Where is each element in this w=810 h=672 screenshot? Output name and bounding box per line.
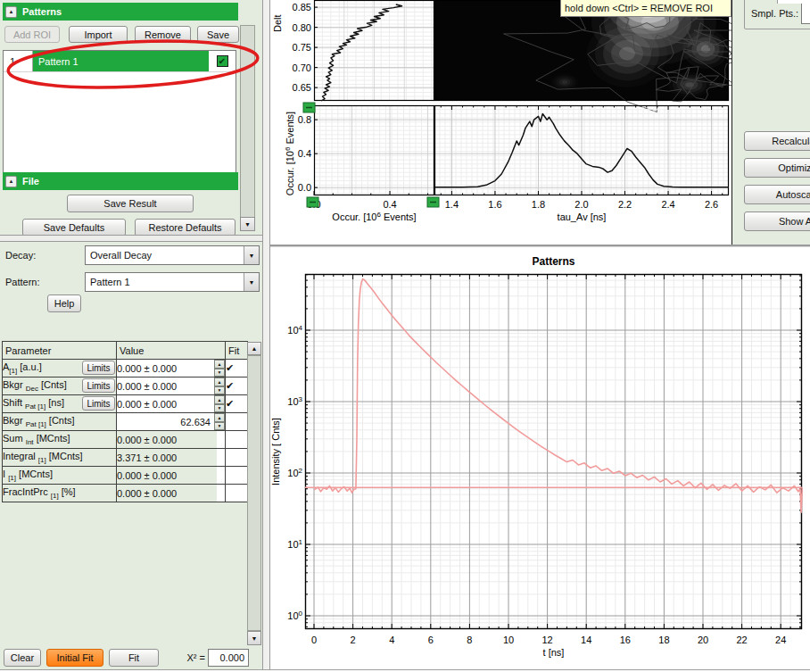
parameter-value-cell[interactable]: 0.000 ± 0.000▲▼ <box>117 360 226 377</box>
value-spinner[interactable]: ▲▼ <box>214 413 225 430</box>
spinner-down-icon[interactable]: ▼ <box>214 422 225 431</box>
density-blob <box>619 46 635 60</box>
fit-checkbox-cell[interactable]: ✔ <box>226 360 248 377</box>
remove-button[interactable]: Remove <box>135 26 191 43</box>
fit-button[interactable]: Fit <box>109 649 159 667</box>
parameter-table-header-row: Parameter Value Fit <box>3 342 248 360</box>
chi2-label: X² = <box>173 652 205 663</box>
delta-tick-label: 0.70 <box>293 62 311 73</box>
parameter-value-cell[interactable]: 0.000 ± 0.000▲▼ <box>117 395 226 413</box>
fit-checkbox-cell[interactable] <box>226 413 248 431</box>
remove-label: Remove <box>145 29 181 40</box>
add-roi-button[interactable]: Add ROI <box>4 26 60 43</box>
initial-fit-label: Initial Fit <box>57 652 94 663</box>
sidebar-scroll-down-icon[interactable]: ▼ <box>240 217 255 231</box>
parameter-name-cell: Integral [1] [MCnts] <box>3 449 117 467</box>
value-spinner[interactable]: ▲▼ <box>214 395 225 412</box>
clipped-control-top <box>777 0 810 4</box>
restore-defaults-button[interactable]: Restore Defaults <box>135 219 236 236</box>
fit-checkbox-cell[interactable]: ✔ <box>226 395 248 413</box>
fit-checkbox-cell[interactable] <box>226 467 248 485</box>
parameter-name-cell: A[1] [a.u.]Limits <box>3 360 117 377</box>
parameter-value-cell[interactable]: 0.000 ± 0.000▲▼ <box>117 377 226 395</box>
tau-tick-label: 2.6 <box>705 199 718 210</box>
parameter-row: Bkgr Pat [1] [Cnts]62.634▲▼ <box>3 413 248 431</box>
spinner-up-icon[interactable]: ▲ <box>214 395 225 404</box>
parameter-value-cell: 3.371 ± 0.000 <box>117 449 226 467</box>
pattern-row-checkbox-cell: ✔ <box>209 51 236 71</box>
parameter-row: A[1] [a.u.]Limits0.000 ± 0.000▲▼✔ <box>3 360 248 377</box>
table-scroll-down-icon[interactable]: ▼ <box>247 631 261 645</box>
collapse-file-icon[interactable]: ▲ <box>5 176 17 187</box>
sample-points-input[interactable] <box>801 3 810 24</box>
parameter-value-cell[interactable]: 62.634▲▼ <box>117 413 226 431</box>
collapse-patterns-icon[interactable]: ▲ <box>5 6 17 18</box>
fit-checkbox-cell[interactable] <box>226 431 248 449</box>
vertical-splitter[interactable] <box>262 0 270 672</box>
show-all-button[interactable]: Show All <box>744 212 810 231</box>
occur-tick-label: 0.4 <box>298 148 311 159</box>
pattern-list-row[interactable]: 1Pattern 1✔ <box>4 51 236 72</box>
parameter-value: 3.371 ± 0.000 <box>117 452 177 463</box>
clear-button[interactable]: Clear <box>4 649 41 667</box>
table-scrollbar[interactable] <box>247 355 261 631</box>
optimize-button[interactable]: Optimize <box>744 158 810 178</box>
time-tick-label: 10 <box>503 635 514 645</box>
limits-button[interactable]: Limits <box>82 361 115 375</box>
sample-points-label: Smpl. Pts.: <box>751 8 798 19</box>
roi-plots-svg[interactable]: 0.850.800.750.700.65Delt0.80.40.00.00.4O… <box>270 0 731 245</box>
chi2-value-box[interactable]: 0.000 <box>208 649 249 667</box>
autoscale-button[interactable]: Autoscale <box>744 185 810 204</box>
intensity-tick-label: 104 <box>287 324 302 336</box>
sidebar-scrollbar[interactable] <box>240 25 255 231</box>
time-tick-label: 14 <box>581 635 591 645</box>
parameter-value-cell: 0.000 ± 0.000 <box>117 485 226 502</box>
spinner-down-icon[interactable]: ▼ <box>214 369 225 377</box>
save-defaults-button[interactable]: Save Defaults <box>22 219 126 236</box>
pattern-row-index: 1 <box>4 51 33 71</box>
delta-tick-label: 0.80 <box>293 22 311 33</box>
tau-tick-label: 1.8 <box>532 199 545 210</box>
spinner-up-icon[interactable]: ▲ <box>214 360 225 369</box>
parameter-table: Parameter Value Fit A[1] [a.u.]Limits0.0… <box>2 341 248 502</box>
spinner-up-icon[interactable]: ▲ <box>214 377 225 386</box>
value-spinner[interactable]: ▲▼ <box>214 377 225 394</box>
pattern-select[interactable]: Pattern 1 ▼ <box>85 272 260 292</box>
import-button[interactable]: Import <box>69 26 128 43</box>
pattern-row-name[interactable]: Pattern 1 <box>33 51 209 71</box>
fit-checkbox-cell[interactable] <box>226 449 248 467</box>
decay-select[interactable]: Overall Decay ▼ <box>85 245 260 265</box>
save-button[interactable]: Save <box>197 26 239 43</box>
time-tick-label: 6 <box>428 635 434 645</box>
horizontal-splitter[interactable] <box>0 235 262 242</box>
spinner-down-icon[interactable]: ▼ <box>214 386 225 395</box>
intensity-tick-label: 100 <box>287 610 302 621</box>
save-result-label: Save Result <box>103 198 156 209</box>
col-fit: Fit <box>226 342 248 360</box>
button-label: Optimize <box>778 162 810 173</box>
fit-checkbox-cell[interactable] <box>226 485 248 502</box>
pattern-select-arrow-icon[interactable]: ▼ <box>244 273 259 291</box>
spinner-down-icon[interactable]: ▼ <box>214 404 225 413</box>
pattern-visible-checkbox[interactable]: ✔ <box>217 55 228 67</box>
recalculate-button[interactable]: Recalculate <box>744 131 810 151</box>
value-spinner[interactable]: ▲▼ <box>214 360 225 377</box>
time-tick-label: 2 <box>351 635 356 645</box>
spinner-up-icon[interactable]: ▲ <box>214 413 225 422</box>
intensity-tick-label: 101 <box>287 538 302 550</box>
tau-axis-label: tau_Av [ns] <box>558 212 607 222</box>
limits-button[interactable]: Limits <box>82 396 115 411</box>
limits-button[interactable]: Limits <box>82 378 115 393</box>
save-result-button[interactable]: Save Result <box>67 195 194 212</box>
initial-fit-button[interactable]: Initial Fit <box>46 649 103 667</box>
help-button[interactable]: Help <box>47 295 81 312</box>
occur-tick-label: 0.8 <box>298 114 311 125</box>
parameter-row: FracIntPrc [1] [%]0.000 ± 0.000 <box>3 485 248 502</box>
parameter-value: 0.000 ± 0.000 <box>117 399 177 410</box>
chi2-value: 0.000 <box>219 652 244 663</box>
table-scroll-up-icon[interactable]: ▲ <box>247 342 261 355</box>
fit-checkbox-cell[interactable]: ✔ <box>226 377 248 395</box>
restore-defaults-label: Restore Defaults <box>149 222 222 233</box>
patterns-chart-svg[interactable]: Patterns02468101214161820222410010110210… <box>270 247 810 669</box>
decay-select-arrow-icon[interactable]: ▼ <box>244 246 259 264</box>
